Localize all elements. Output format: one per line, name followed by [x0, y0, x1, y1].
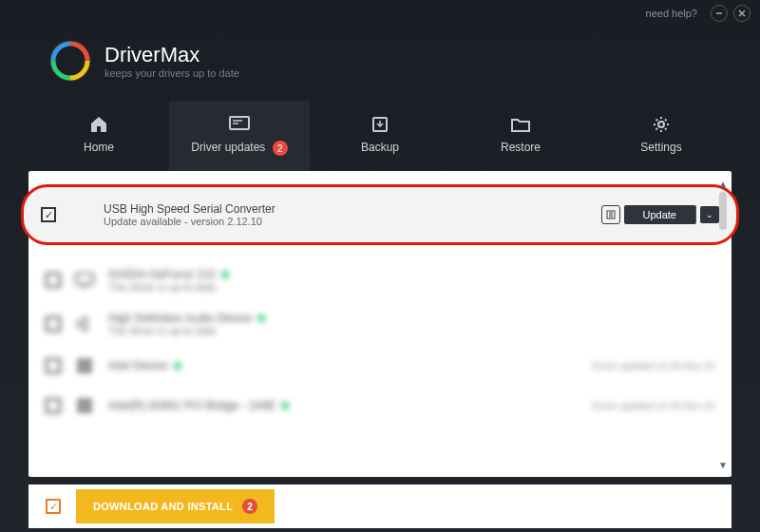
row-checkbox[interactable]: ✓: [41, 207, 56, 222]
driver-row: High Definition Audio DeviceThe driver i…: [28, 302, 732, 346]
nav-restore[interactable]: Restore: [450, 101, 591, 171]
help-link[interactable]: need help?: [646, 8, 697, 19]
backup-icon: [310, 114, 450, 135]
main-nav: Home Driver updates 2 Backup Restore Set…: [0, 101, 760, 171]
svg-rect-17: [78, 367, 84, 372]
svg-point-8: [658, 122, 664, 127]
driver-row: NVIDIA GeForce 210The driver is up-to-da…: [28, 258, 732, 302]
updates-badge: 2: [273, 141, 288, 156]
brand-text: DriverMax keeps your drivers up to date: [104, 43, 239, 79]
gear-icon: [591, 114, 732, 135]
svg-rect-22: [86, 407, 91, 412]
driver-row: Intel(R) 82801 PCI Bridge - 244E Driver …: [28, 386, 732, 426]
app-slogan: keeps your drivers up to date: [104, 67, 239, 79]
info-icon[interactable]: [601, 205, 620, 224]
home-icon: [28, 114, 169, 135]
close-button[interactable]: [733, 5, 750, 22]
close-icon: [738, 10, 746, 17]
nav-backup[interactable]: Backup: [310, 101, 450, 171]
app-window: need help? DriverMax keeps your drivers …: [0, 0, 760, 532]
row-actions: Update ⌄: [601, 205, 719, 224]
monitor-icon: [74, 270, 95, 291]
svg-rect-16: [86, 359, 91, 365]
row-checkbox[interactable]: [46, 316, 61, 332]
scroll-down-icon[interactable]: ▼: [716, 458, 730, 471]
update-button[interactable]: Update: [624, 205, 696, 224]
folder-icon: [450, 114, 591, 135]
scroll-thumb[interactable]: [719, 192, 727, 230]
svg-rect-21: [78, 407, 84, 412]
scroll-up-icon[interactable]: ▲: [716, 177, 730, 190]
app-name: DriverMax: [104, 43, 239, 67]
footer-bar: ✓ DOWNLOAD AND INSTALL 2: [28, 484, 732, 528]
svg-rect-15: [78, 359, 84, 365]
driver-list: ✓ USB High Speed Serial Converter Update…: [28, 171, 732, 426]
nav-settings[interactable]: Settings: [591, 101, 732, 171]
driver-row-highlighted: ✓ USB High Speed Serial Converter Update…: [21, 184, 739, 245]
windows-icon: [74, 395, 95, 416]
driver-title: USB High Speed Serial Converter: [104, 202, 588, 216]
svg-rect-13: [76, 274, 93, 284]
app-logo-icon: [48, 38, 93, 84]
download-badge: 2: [242, 499, 257, 514]
minimize-button[interactable]: [711, 5, 728, 22]
scrollbar[interactable]: ▲ ▼: [716, 177, 730, 471]
svg-rect-18: [86, 367, 91, 372]
title-bar: need help?: [0, 0, 760, 27]
nav-driver-updates[interactable]: Driver updates 2: [169, 101, 310, 171]
driver-subtitle: Update available - version 2.12.10: [104, 216, 588, 227]
copyright-bar: © 2017 DriverMax PRO version 9.17 f g+: [0, 528, 760, 532]
brand-header: DriverMax keeps your drivers up to date: [0, 27, 760, 101]
monitor-icon: [169, 114, 310, 135]
driver-meta: USB High Speed Serial Converter Update a…: [104, 202, 588, 227]
row-checkbox[interactable]: [46, 273, 61, 288]
driver-row: Intel Device Driver updated on 03-Nov-16: [28, 346, 732, 386]
content-panel: ✓ USB High Speed Serial Converter Update…: [28, 171, 732, 477]
svg-rect-19: [78, 399, 84, 405]
nav-home[interactable]: Home: [28, 101, 169, 171]
audio-icon: [74, 314, 95, 334]
svg-rect-20: [86, 399, 91, 405]
select-all-checkbox[interactable]: ✓: [46, 499, 61, 514]
download-install-button[interactable]: DOWNLOAD AND INSTALL 2: [76, 489, 275, 523]
minimize-icon: [715, 10, 723, 17]
row-checkbox[interactable]: [46, 358, 61, 373]
windows-icon: [74, 355, 95, 376]
row-checkbox[interactable]: [46, 398, 61, 413]
